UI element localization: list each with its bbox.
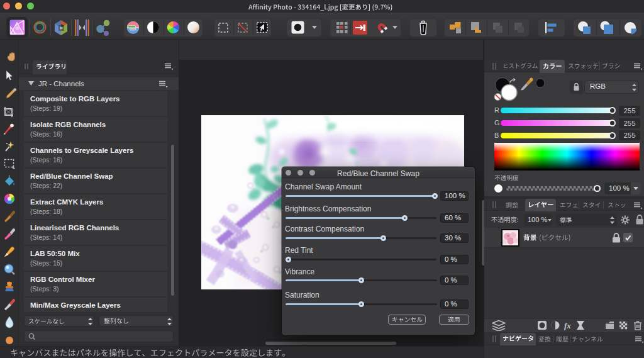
svg-text:fx: fx bbox=[564, 321, 571, 330]
